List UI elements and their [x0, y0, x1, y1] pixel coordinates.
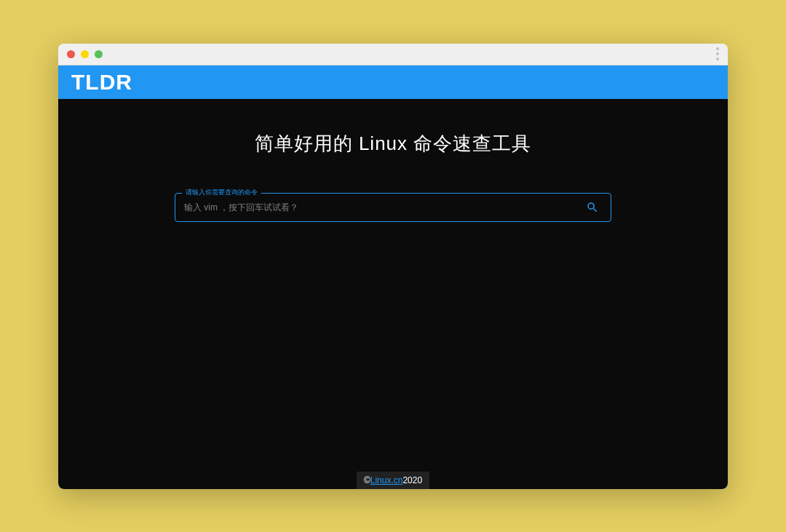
footer-year: 2020	[402, 475, 422, 485]
app-title: TLDR	[71, 70, 132, 95]
search-button[interactable]	[583, 198, 602, 217]
app-header: TLDR	[58, 65, 728, 99]
search-box	[175, 193, 611, 222]
app-body: 简单好用的 Linux 命令速查工具 请输入你需要查询的命令 © Linux.c…	[58, 99, 728, 489]
browser-titlebar	[58, 44, 728, 65]
traffic-lights	[67, 50, 103, 58]
maximize-window-icon[interactable]	[95, 50, 103, 58]
footer-link[interactable]: Linux.cn	[370, 475, 403, 485]
kebab-menu-icon[interactable]	[716, 47, 719, 60]
search-field: 请输入你需要查询的命令	[175, 193, 611, 222]
search-legend: 请输入你需要查询的命令	[182, 188, 261, 197]
browser-window: TLDR 简单好用的 Linux 命令速查工具 请输入你需要查询的命令 © Li…	[58, 44, 728, 489]
close-window-icon[interactable]	[67, 50, 75, 58]
tagline: 简单好用的 Linux 命令速查工具	[255, 131, 532, 156]
search-icon	[586, 201, 599, 214]
footer: © Linux.cn 2020	[357, 472, 429, 489]
footer-copyright-prefix: ©	[364, 475, 370, 485]
search-input[interactable]	[184, 202, 583, 213]
minimize-window-icon[interactable]	[81, 50, 89, 58]
